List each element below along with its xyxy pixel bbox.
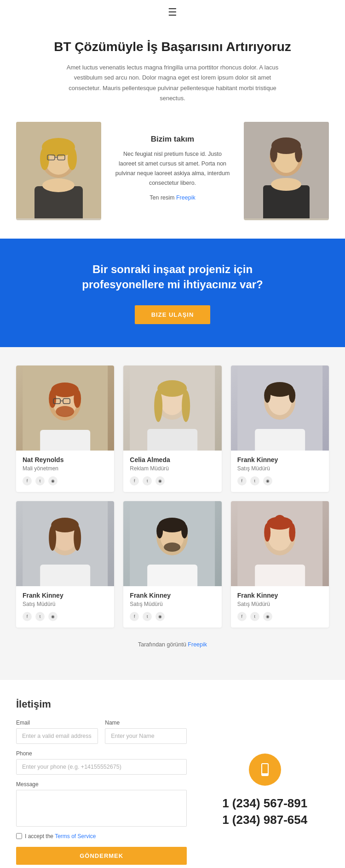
email-input[interactable] bbox=[16, 728, 98, 744]
team-photo-left bbox=[16, 122, 101, 220]
social-icons-0: f t ◉ bbox=[23, 476, 108, 485]
svg-point-58 bbox=[164, 542, 180, 552]
message-textarea[interactable] bbox=[16, 790, 187, 827]
svg-rect-68 bbox=[262, 764, 268, 773]
team-text-center: Bizim takım Nec feugiat nisl pretium fus… bbox=[101, 122, 244, 220]
phone-group: Phone bbox=[16, 750, 187, 775]
team-member-role-5: Satış Müdürü bbox=[237, 601, 322, 607]
twitter-icon-4[interactable]: t bbox=[143, 612, 152, 621]
svg-rect-33 bbox=[147, 429, 197, 451]
team-member-name-2: Frank Kinney bbox=[237, 456, 322, 463]
twitter-icon-0[interactable]: t bbox=[35, 476, 45, 485]
terms-row: I accept the Terms of Service bbox=[16, 833, 187, 839]
team-member-name-5: Frank Kinney bbox=[237, 592, 322, 599]
team-card-photo-0 bbox=[16, 365, 114, 451]
team-member-name-1: Celia Almeda bbox=[130, 456, 215, 463]
team-card-photo-1 bbox=[123, 365, 221, 451]
svg-point-43 bbox=[289, 388, 295, 403]
team-card-photo-3 bbox=[16, 501, 114, 586]
instagram-icon-3[interactable]: ◉ bbox=[48, 612, 58, 621]
svg-point-15 bbox=[271, 178, 301, 191]
email-label: Email bbox=[16, 720, 98, 726]
svg-point-6 bbox=[40, 147, 49, 170]
team-card-photo-2 bbox=[231, 365, 329, 451]
twitter-icon-1[interactable]: t bbox=[143, 476, 152, 485]
team-member-name-4: Frank Kinney bbox=[130, 592, 215, 599]
facebook-icon-0[interactable]: f bbox=[23, 476, 32, 485]
svg-point-69 bbox=[264, 773, 265, 775]
svg-point-18 bbox=[295, 146, 302, 162]
team-card-photo-5 bbox=[231, 501, 329, 586]
team-card-info-5: Frank Kinney Satış Müdürü f t ◉ bbox=[231, 586, 329, 628]
facebook-icon-5[interactable]: f bbox=[237, 612, 247, 621]
message-group: Message bbox=[16, 781, 187, 827]
team-photo-right bbox=[244, 122, 329, 220]
team-card-photo-4 bbox=[123, 501, 221, 586]
phone-input[interactable] bbox=[16, 759, 187, 775]
freepik-link[interactable]: Freepik bbox=[176, 194, 196, 201]
hamburger-icon[interactable]: ☰ bbox=[168, 6, 177, 18]
team-member-role-2: Satış Müdürü bbox=[237, 465, 322, 472]
hero-description: Amet luctus venenatis lectus magna fring… bbox=[58, 63, 288, 103]
submit-button[interactable]: GÖNDERMEK bbox=[16, 847, 187, 865]
navigation: ☰ bbox=[0, 0, 345, 25]
team-member-role-4: Satış Müdürü bbox=[130, 601, 215, 607]
terms-text: I accept the Terms of Service bbox=[25, 833, 96, 839]
team-intro-description: Nec feugiat nisl pretium fusce id. Justo… bbox=[115, 149, 230, 188]
team-intro-link-row: Ten resim Freepik bbox=[115, 193, 230, 203]
facebook-icon-3[interactable]: f bbox=[23, 612, 32, 621]
team-card-info-2: Frank Kinney Satış Müdürü f t ◉ bbox=[231, 451, 329, 492]
team-member-name-0: Nat Reynolds bbox=[23, 456, 108, 463]
social-icons-5: f t ◉ bbox=[237, 612, 322, 621]
team-card-2: Frank Kinney Satış Müdürü f t ◉ bbox=[231, 365, 329, 492]
team-card-info-3: Frank Kinney Satış Müdürü f t ◉ bbox=[16, 586, 114, 628]
svg-point-25 bbox=[74, 389, 81, 408]
contact-form: İletişim Email Name Phone Message I acce… bbox=[16, 698, 187, 865]
svg-point-66 bbox=[274, 515, 285, 526]
svg-point-26 bbox=[56, 406, 74, 417]
team-card-3: Frank Kinney Satış Müdürü f t ◉ bbox=[16, 501, 114, 628]
svg-point-64 bbox=[264, 523, 270, 542]
team-row-1: Nat Reynolds Mali yönetmen f t ◉ bbox=[16, 365, 329, 492]
svg-point-34 bbox=[157, 380, 187, 397]
social-icons-3: f t ◉ bbox=[23, 612, 108, 621]
instagram-icon-4[interactable]: ◉ bbox=[155, 612, 165, 621]
instagram-icon-2[interactable]: ◉ bbox=[263, 476, 272, 485]
facebook-icon-2[interactable]: f bbox=[237, 476, 247, 485]
instagram-icon-0[interactable]: ◉ bbox=[48, 476, 58, 485]
team-card-info-4: Frank Kinney Satış Müdürü f t ◉ bbox=[123, 586, 221, 628]
instagram-icon-1[interactable]: ◉ bbox=[155, 476, 165, 485]
phone-icon bbox=[257, 761, 273, 778]
instagram-icon-5[interactable]: ◉ bbox=[263, 612, 272, 621]
twitter-icon-3[interactable]: t bbox=[35, 612, 45, 621]
team-member-role-0: Mali yönetmen bbox=[23, 465, 108, 472]
name-input[interactable] bbox=[105, 728, 187, 744]
name-group: Name bbox=[105, 720, 187, 744]
svg-point-56 bbox=[156, 524, 163, 538]
svg-point-57 bbox=[181, 524, 188, 538]
social-icons-4: f t ◉ bbox=[130, 612, 215, 621]
freepik-credit-link[interactable]: Freepik bbox=[188, 641, 207, 648]
svg-rect-54 bbox=[147, 565, 197, 586]
twitter-icon-5[interactable]: t bbox=[250, 612, 259, 621]
svg-point-17 bbox=[270, 146, 277, 162]
team-member-name-3: Frank Kinney bbox=[23, 592, 108, 599]
contact-row-email-name: Email Name bbox=[16, 720, 187, 744]
terms-link[interactable]: Terms of Service bbox=[55, 833, 96, 839]
phone-label: Phone bbox=[16, 750, 187, 757]
facebook-icon-4[interactable]: f bbox=[130, 612, 139, 621]
message-label: Message bbox=[16, 781, 187, 788]
contact-title: İletişim bbox=[16, 698, 187, 710]
svg-point-35 bbox=[154, 390, 162, 422]
team-intro-section: Bizim takım Nec feugiat nisl pretium fus… bbox=[0, 122, 345, 239]
facebook-icon-1[interactable]: f bbox=[130, 476, 139, 485]
svg-rect-47 bbox=[40, 565, 90, 586]
svg-point-36 bbox=[182, 390, 190, 422]
hero-title: BT Çözümüyle İş Başarısını Artırıyoruz bbox=[37, 39, 308, 55]
contact-info: 1 (234) 567-891 1 (234) 987-654 bbox=[201, 698, 329, 865]
phone-icon-circle bbox=[249, 754, 281, 786]
hero-section: BT Çözümüyle İş Başarısını Artırıyoruz A… bbox=[0, 25, 345, 122]
terms-checkbox[interactable] bbox=[16, 833, 22, 839]
cta-button[interactable]: BIZE ULAŞIN bbox=[135, 305, 211, 324]
twitter-icon-2[interactable]: t bbox=[250, 476, 259, 485]
